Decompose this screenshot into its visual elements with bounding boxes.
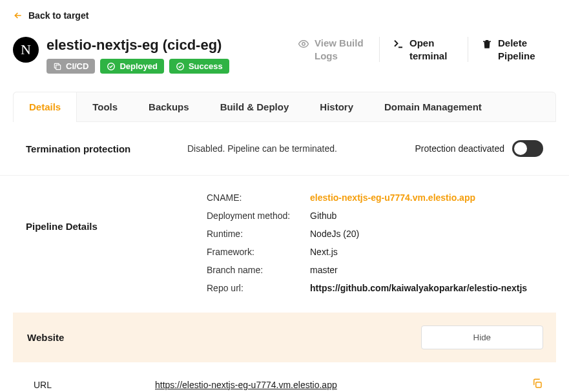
check-circle-icon <box>107 62 116 71</box>
detail-key: CNAME: <box>207 192 310 203</box>
url-label: URL <box>26 380 155 390</box>
eye-icon <box>298 38 309 50</box>
trash-icon <box>481 38 493 50</box>
pipeline-details-grid: CNAME:elestio-nextjs-eg-u7774.vm.elestio… <box>207 189 556 297</box>
protection-toggle[interactable] <box>512 140 543 157</box>
terminal-icon <box>393 38 404 50</box>
detail-key: Runtime: <box>207 229 310 239</box>
svg-rect-5 <box>536 382 541 387</box>
detail-row: Runtime:NodeJs (20) <box>207 225 556 243</box>
detail-value: master <box>310 265 338 275</box>
success-badge: Success <box>169 59 229 74</box>
check-circle-icon <box>176 62 185 71</box>
delete-pipeline-button[interactable]: Delete Pipeline <box>481 37 543 62</box>
pipeline-details-label: Pipeline Details <box>26 189 207 297</box>
pipeline-title: elestio-nextjs-eg (cicd-eg) <box>47 37 277 54</box>
open-terminal-button[interactable]: Open terminal <box>393 37 455 62</box>
detail-value: NodeJs (20) <box>310 229 359 239</box>
tab-history[interactable]: History <box>304 92 369 121</box>
tab-details[interactable]: Details <box>13 92 77 122</box>
hide-button[interactable]: Hide <box>421 325 543 349</box>
tab-domain-management[interactable]: Domain Management <box>369 92 497 121</box>
copy-icon <box>532 378 543 389</box>
detail-value: Github <box>310 211 336 221</box>
svg-rect-1 <box>56 65 61 69</box>
tab-tools[interactable]: Tools <box>77 92 133 121</box>
page-header: N elestio-nextjs-eg (cicd-eg) CI/CD Depl… <box>13 37 556 74</box>
svg-point-4 <box>302 43 305 46</box>
detail-value: https://github.com/kaiwalyakoparkar/eles… <box>310 283 527 293</box>
tab-build-deploy[interactable]: Build & Deploy <box>205 92 305 121</box>
website-label: Website <box>26 332 64 343</box>
termination-desc: Disabled. Pipeline can be terminated. <box>187 143 415 154</box>
detail-key: Branch name: <box>207 265 310 275</box>
detail-key: Framework: <box>207 247 310 257</box>
detail-row: Branch name:master <box>207 261 556 279</box>
back-to-target-link[interactable]: Back to target <box>13 10 88 21</box>
detail-value: elestio-nextjs-eg-u7774.vm.elestio.app <box>310 192 475 203</box>
arrow-left-icon <box>13 10 23 21</box>
detail-row: CNAME:elestio-nextjs-eg-u7774.vm.elestio… <box>207 189 556 207</box>
url-link[interactable]: https://elestio-nextjs-eg-u7774.vm.elest… <box>155 380 532 390</box>
copy-url-button[interactable] <box>532 378 551 391</box>
detail-row: Repo url:https://github.com/kaiwalyakopa… <box>207 279 556 297</box>
detail-value: Next.js <box>310 247 338 257</box>
app-logo: N <box>13 37 39 63</box>
layers-icon <box>53 62 62 71</box>
back-label: Back to target <box>28 10 88 21</box>
cicd-badge: CI/CD <box>47 59 95 74</box>
tab-backups[interactable]: Backups <box>133 92 205 121</box>
view-build-logs-button[interactable]: View Build Logs <box>298 37 366 62</box>
termination-status: Protection deactivated <box>415 143 504 154</box>
detail-key: Repo url: <box>207 283 310 293</box>
deployed-badge: Deployed <box>100 59 164 74</box>
tabs-nav: Details Tools Backups Build & Deploy His… <box>13 92 556 122</box>
termination-label: Termination protection <box>26 143 187 154</box>
detail-row: Deployment method:Github <box>207 207 556 225</box>
detail-key: Deployment method: <box>207 211 310 221</box>
detail-row: Framework:Next.js <box>207 243 556 261</box>
